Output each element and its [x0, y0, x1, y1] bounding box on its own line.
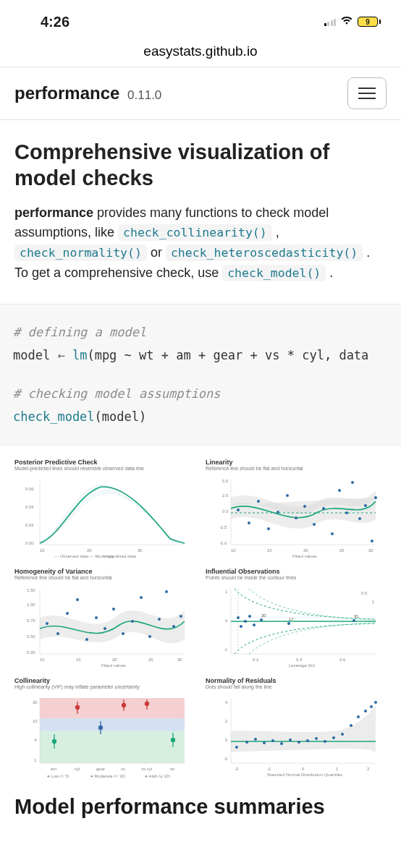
- svg-text:30: 30: [368, 548, 373, 553]
- svg-text:0.00: 0.00: [25, 541, 34, 545]
- svg-point-153: [357, 715, 360, 718]
- svg-text:● Low (< 5): ● Low (< 5): [47, 774, 69, 778]
- brand[interactable]: performance 0.11.0: [14, 83, 161, 103]
- svg-point-34: [322, 507, 325, 510]
- section-heading: Comprehensive visualization of model che…: [14, 139, 387, 192]
- ios-status-bar: 4:26 9: [0, 0, 401, 43]
- svg-point-38: [351, 481, 354, 484]
- svg-text:0.50: 0.50: [27, 634, 35, 639]
- svg-text:10: 10: [40, 548, 45, 553]
- svg-text:-5.0: -5.0: [219, 541, 227, 545]
- svg-text:vs:cyl: vs:cyl: [141, 767, 152, 771]
- svg-point-86: [248, 615, 251, 618]
- svg-text:2.5: 2.5: [222, 493, 229, 498]
- code-check-model[interactable]: check_model(): [222, 265, 326, 281]
- svg-text:0.0: 0.0: [222, 509, 229, 514]
- svg-text:10: 10: [40, 658, 45, 662]
- svg-point-139: [235, 746, 238, 749]
- svg-point-92: [353, 619, 355, 622]
- svg-text:1: 1: [34, 758, 37, 762]
- svg-text:-2.5: -2.5: [219, 525, 227, 529]
- svg-text:20: 20: [303, 548, 308, 553]
- svg-text:0: 0: [225, 738, 228, 742]
- svg-text:-2: -2: [235, 767, 239, 771]
- svg-point-152: [350, 724, 353, 727]
- svg-text:0.2: 0.2: [253, 658, 259, 662]
- code-line: model ← lm(mpg ~ wt + am + gear + vs * c…: [13, 344, 388, 367]
- svg-point-41: [371, 540, 373, 542]
- svg-rect-96: [40, 698, 185, 718]
- svg-text:0.75: 0.75: [27, 618, 35, 623]
- svg-point-70: [172, 625, 175, 628]
- svg-point-142: [263, 741, 266, 744]
- svg-point-148: [315, 737, 318, 740]
- svg-text:1: 1: [225, 590, 228, 594]
- code-line: check_model(model): [13, 405, 388, 428]
- svg-point-64: [122, 632, 124, 635]
- svg-point-116: [99, 726, 103, 729]
- svg-point-150: [332, 736, 335, 739]
- svg-rect-97: [40, 718, 185, 731]
- svg-point-90: [287, 622, 290, 625]
- svg-point-112: [53, 739, 56, 743]
- svg-point-141: [254, 738, 257, 741]
- browser-url[interactable]: easystats.github.io: [0, 43, 401, 67]
- svg-point-28: [267, 527, 270, 530]
- svg-point-63: [112, 608, 115, 610]
- svg-text:0.02: 0.02: [25, 523, 34, 527]
- svg-text:15: 15: [76, 658, 81, 662]
- svg-text:31: 31: [354, 614, 359, 618]
- svg-text:2: 2: [367, 767, 370, 771]
- svg-point-37: [345, 511, 348, 514]
- svg-point-87: [253, 624, 256, 626]
- svg-point-144: [280, 742, 283, 745]
- svg-point-59: [76, 598, 79, 601]
- svg-point-122: [172, 738, 175, 741]
- svg-point-146: [297, 741, 300, 744]
- svg-point-30: [286, 494, 289, 497]
- code-check-normality[interactable]: check_normality(): [14, 244, 147, 261]
- svg-point-60: [85, 638, 88, 641]
- svg-text:cyl: cyl: [75, 767, 80, 771]
- svg-point-151: [341, 733, 344, 736]
- svg-point-67: [148, 635, 151, 638]
- svg-text:30: 30: [138, 548, 143, 553]
- svg-point-145: [289, 739, 292, 741]
- svg-point-62: [104, 627, 106, 630]
- code-block[interactable]: # defining a model model ← lm(mpg ~ wt +…: [0, 304, 401, 446]
- svg-text:25: 25: [339, 548, 345, 553]
- svg-point-143: [271, 739, 274, 742]
- svg-point-69: [165, 590, 168, 593]
- menu-toggle-button[interactable]: [347, 77, 387, 109]
- svg-text:4: 4: [225, 700, 228, 705]
- svg-text:5.0: 5.0: [222, 479, 229, 483]
- svg-text:am: am: [51, 767, 56, 771]
- svg-text:1.00: 1.00: [27, 603, 35, 607]
- code-check-heteroscedasticity[interactable]: check_heteroscedasticity(): [166, 244, 363, 261]
- code-comment: # defining a model: [13, 320, 388, 344]
- svg-point-140: [245, 741, 248, 744]
- svg-text:Fitted values: Fitted values: [292, 554, 317, 558]
- svg-point-66: [140, 596, 143, 599]
- svg-point-155: [370, 705, 373, 708]
- clock: 4:26: [41, 14, 69, 30]
- svg-point-31: [295, 516, 297, 519]
- svg-text:gear: gear: [96, 767, 105, 771]
- svg-text:30: 30: [177, 658, 182, 662]
- plot-collinearity: Collinearity High collinearity (VIF) may…: [14, 677, 195, 778]
- svg-text:20: 20: [112, 658, 117, 662]
- svg-text:0.5: 0.5: [361, 591, 368, 595]
- svg-point-147: [306, 739, 309, 742]
- svg-point-27: [257, 500, 260, 503]
- svg-point-84: [240, 625, 242, 628]
- code-check-collinearity[interactable]: check_collinearity(): [118, 224, 272, 241]
- svg-point-56: [46, 622, 48, 625]
- svg-text:● Moderate (< 10): ● Moderate (< 10): [90, 774, 125, 778]
- svg-text:-1: -1: [267, 767, 271, 771]
- svg-rect-98: [40, 731, 185, 763]
- battery-icon: 9: [358, 17, 381, 27]
- check-model-plot-grid: Posterior Predictive Check Model-predict…: [0, 446, 401, 791]
- brand-name: performance: [14, 83, 119, 103]
- svg-point-156: [374, 701, 377, 704]
- svg-text:Standard Normal Distribution Q: Standard Normal Distribution Quantiles: [267, 773, 342, 777]
